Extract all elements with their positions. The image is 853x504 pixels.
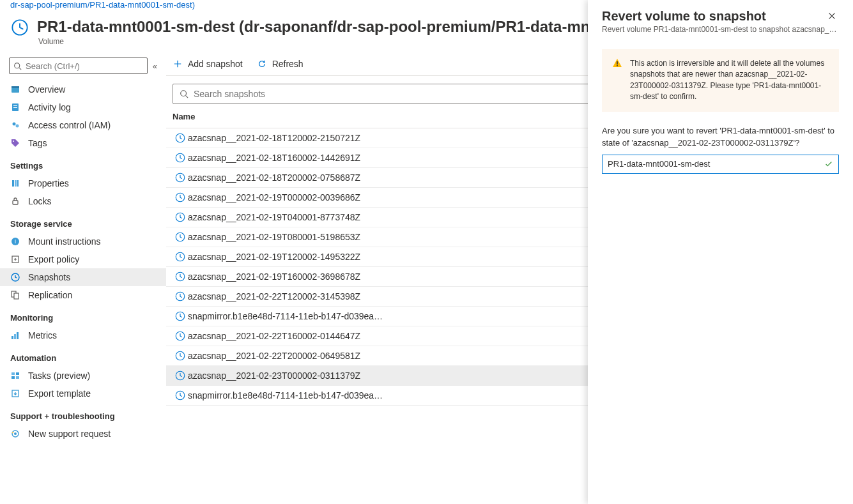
confirm-input-field[interactable]: [608, 159, 824, 169]
overview-icon: [10, 84, 20, 95]
add-snapshot-label: Add snapshot: [188, 59, 243, 69]
svg-point-32: [181, 91, 187, 96]
sidebar-item-export-policy[interactable]: Export policy: [0, 250, 166, 268]
close-panel-button[interactable]: [825, 9, 839, 23]
warning-icon: [612, 58, 622, 103]
sidebar-item-metrics[interactable]: Metrics: [0, 326, 166, 344]
sidebar-item-new-support-request[interactable]: New support request: [0, 425, 166, 443]
svg-rect-48: [617, 61, 618, 65]
sidebar-item-label: Access control (IAM): [28, 120, 111, 130]
svg-point-1: [15, 63, 20, 68]
sidebar-item-label: Overview: [28, 84, 65, 95]
warning-text: This action is irreversible and it will …: [630, 58, 829, 103]
search-icon: [13, 62, 22, 70]
sidebar-item-properties[interactable]: Properties: [0, 174, 166, 192]
sidebar: « OverviewActivity logAccess control (IA…: [0, 52, 166, 502]
refresh-icon: [257, 59, 267, 69]
panel-title: Revert volume to snapshot: [602, 9, 766, 24]
sidebar-section-storage: Storage service: [0, 210, 166, 233]
snapshot-icon: [173, 370, 188, 381]
svg-rect-23: [17, 332, 19, 339]
mount-icon: i: [10, 236, 20, 247]
svg-text:i: i: [15, 238, 16, 245]
svg-rect-26: [12, 376, 15, 379]
sidebar-item-locks[interactable]: Locks: [0, 192, 166, 210]
plus-icon: [173, 59, 183, 69]
sidebar-item-label: Tags: [28, 138, 47, 148]
snapshot-icon: [173, 231, 188, 243]
svg-line-2: [19, 67, 21, 69]
snapshot-icon: [173, 152, 188, 164]
sidebar-section-monitoring: Monitoring: [0, 304, 166, 326]
sidebar-item-label: Replication: [28, 290, 72, 300]
svg-point-10: [13, 141, 14, 142]
svg-rect-21: [12, 336, 13, 339]
sidebar-section-settings: Settings: [0, 152, 166, 174]
revert-panel: Revert volume to snapshot Revert volume …: [588, 0, 853, 504]
svg-point-9: [16, 125, 19, 128]
tags-icon: [10, 138, 20, 148]
replication-icon: [10, 290, 20, 300]
column-name-header[interactable]: Name: [173, 112, 195, 121]
add-snapshot-button[interactable]: Add snapshot: [173, 59, 243, 69]
activitylog-icon: [10, 102, 20, 112]
svg-line-33: [186, 96, 188, 98]
confirm-input[interactable]: [602, 155, 839, 174]
sidebar-item-label: Export policy: [28, 254, 79, 264]
locks-icon: [10, 196, 20, 206]
svg-rect-49: [617, 65, 618, 66]
svg-rect-24: [12, 372, 15, 375]
sidebar-item-label: Snapshots: [28, 272, 70, 282]
properties-icon: [10, 178, 20, 188]
sidebar-item-mount-instructions[interactable]: iMount instructions: [0, 233, 166, 250]
sidebar-item-label: Export template: [28, 388, 91, 399]
svg-rect-11: [12, 180, 14, 187]
svg-point-31: [12, 432, 13, 433]
svg-rect-20: [14, 293, 19, 299]
close-icon: [827, 11, 836, 20]
svg-rect-25: [16, 372, 19, 375]
confirm-question: Are you sure you want to revert 'PR1-dat…: [602, 125, 839, 149]
svg-rect-22: [14, 334, 16, 339]
iam-icon: [10, 120, 20, 130]
support-icon: [10, 429, 20, 439]
sidebar-item-label: Metrics: [28, 330, 57, 340]
breadcrumb-link[interactable]: dr-sap-pool-premium/PR1-data-mnt0001-sm-…: [10, 0, 195, 10]
snapshot-icon: [173, 350, 188, 362]
sidebar-item-access-control-iam-[interactable]: Access control (IAM): [0, 116, 166, 134]
svg-point-8: [13, 123, 16, 126]
sidebar-item-snapshots[interactable]: Snapshots: [0, 268, 166, 286]
sidebar-search-input[interactable]: [26, 61, 143, 71]
snapshot-icon: [173, 390, 188, 401]
sidebar-item-label: Activity log: [28, 102, 71, 112]
sidebar-item-tasks-preview-[interactable]: Tasks (preview): [0, 367, 166, 385]
snapshots-icon: [10, 272, 20, 282]
sidebar-item-label: Tasks (preview): [28, 370, 90, 381]
sidebar-item-label: Mount instructions: [28, 236, 101, 247]
svg-point-30: [14, 432, 17, 435]
export-icon: [10, 254, 20, 264]
sidebar-item-replication[interactable]: Replication: [0, 286, 166, 304]
metrics-icon: [10, 330, 20, 340]
snapshot-icon: [173, 251, 188, 263]
sidebar-item-label: Properties: [28, 178, 69, 188]
sidebar-item-overview[interactable]: Overview: [0, 80, 166, 98]
sidebar-search[interactable]: [9, 57, 148, 74]
check-icon: [824, 160, 833, 169]
collapse-sidebar-button[interactable]: «: [153, 61, 157, 71]
exporttpl-icon: [10, 388, 20, 399]
sidebar-item-export-template[interactable]: Export template: [0, 385, 166, 402]
panel-subtitle: Revert volume PR1-data-mnt0001-sm-dest t…: [602, 25, 839, 34]
snapshot-icon: [173, 192, 188, 203]
sidebar-item-tags[interactable]: Tags: [0, 134, 166, 152]
snapshot-icon: [173, 291, 188, 302]
sidebar-item-activity-log[interactable]: Activity log: [0, 98, 166, 116]
refresh-button[interactable]: Refresh: [257, 59, 304, 69]
svg-rect-6: [13, 105, 17, 106]
svg-rect-12: [15, 180, 17, 187]
svg-rect-13: [17, 180, 19, 187]
snapshot-icon: [173, 132, 188, 144]
snapshot-icon: [173, 330, 188, 342]
warning-box: This action is irreversible and it will …: [602, 49, 839, 112]
refresh-label: Refresh: [272, 59, 304, 69]
